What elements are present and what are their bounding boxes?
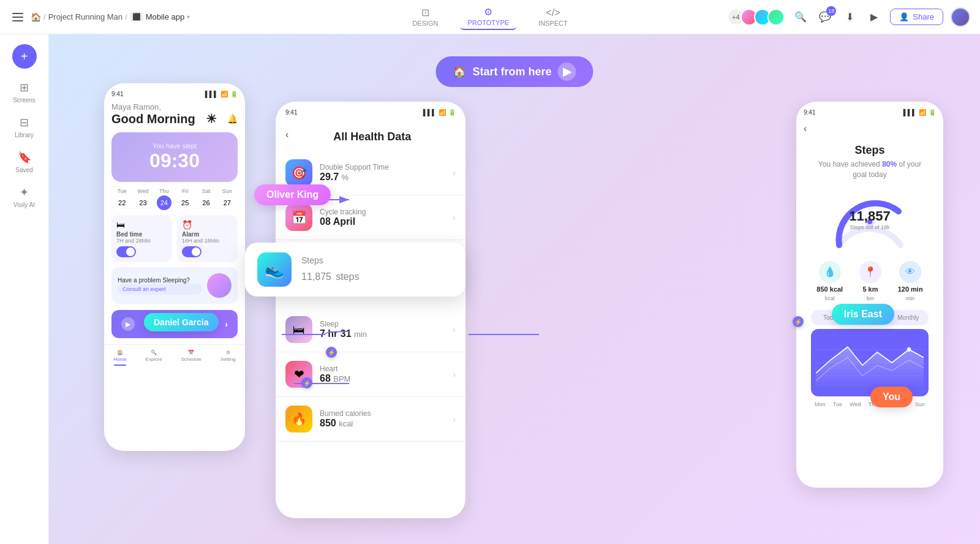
cycle-icon: 📅	[285, 204, 312, 231]
menu-button[interactable]	[10, 10, 26, 24]
connector-4: ⚡	[301, 377, 312, 388]
sidebar-label-library: Library	[15, 132, 34, 138]
health-item-heart[interactable]: ❤ Heart 68 BPM ›	[276, 352, 466, 397]
alarm-time: 16H and 18Min	[182, 238, 233, 244]
settings-icon: ⚙	[226, 350, 230, 355]
sidebar-item-visily-ai[interactable]: ✦ Visily AI	[5, 181, 44, 213]
search-button[interactable]: 🔍	[792, 9, 809, 26]
home-icon[interactable]: 🏠	[31, 12, 41, 22]
sleep-label: You have slept	[121, 142, 228, 149]
page-name: Mobile app	[146, 12, 185, 21]
topbar-center: ⊡ DESIGN ⚙ PROTOTYPE </> INSPECT	[405, 4, 575, 30]
explore-icon: 🔍	[151, 350, 157, 355]
chevron-down-icon[interactable]: ▾	[187, 13, 190, 20]
battery-icon-2: 🔋	[448, 109, 456, 116]
cal-day-thu[interactable]: Thu 24	[157, 188, 172, 210]
sidebar-item-library[interactable]: ⊟ Library	[5, 111, 44, 143]
bedtime-toggle[interactable]	[116, 246, 136, 257]
phone3-mockup: 9:41 ▌▌▌ 📶 🔋 ‹ Steps You have achieved 8…	[796, 102, 943, 488]
inspect-icon: </>	[546, 7, 560, 18]
nav-settings[interactable]: ⚙ Setting	[221, 350, 236, 366]
phone1-time: 9:41	[111, 91, 123, 97]
cal-day-tue: Tue 22	[115, 188, 129, 210]
tab-monthly[interactable]: Monthly	[889, 311, 927, 324]
tab-prototype[interactable]: ⚙ PROTOTYPE	[460, 4, 516, 30]
oliver-king-bubble: Oliver King	[254, 184, 331, 205]
promo-image	[207, 273, 232, 298]
play-button[interactable]: ▶	[865, 9, 883, 26]
phone3-subtitle: You have achieved 80% of your goal today	[804, 159, 936, 185]
battery-icon-3: 🔋	[929, 109, 936, 116]
phone1-status-bar: 9:41 ▌▌▌ 📶 🔋	[111, 91, 238, 97]
cal-day-sun: Sun 27	[220, 188, 235, 210]
chevron-right-icon-3: ›	[453, 325, 456, 334]
daniel-garcia-bubble: Daniel Garcia	[144, 313, 219, 331]
collaborators: +4	[727, 9, 785, 26]
collaborator-avatar-3	[767, 9, 785, 26]
wifi-icon-2: 📶	[439, 109, 446, 116]
canvas: 🏠 Start from here ▶ 9:41 ▌▌▌ 📶 🔋 Maya Ra…	[49, 34, 980, 544]
cal-day-wed: Wed 23	[135, 188, 150, 210]
bed-icon: 🛏	[116, 220, 167, 230]
sidebar-label-screens: Screens	[13, 97, 36, 104]
tab-design[interactable]: ⊡ DESIGN	[405, 4, 445, 29]
cal-day-fri: Fri 25	[178, 188, 192, 210]
sleep-icon: 🛏	[285, 316, 312, 343]
ai-icon: ✦	[20, 186, 29, 199]
back-icon-3[interactable]: ‹	[804, 123, 807, 134]
play-start-icon: ▶	[558, 62, 576, 81]
breadcrumb: 🏠 / Project Running Man / ⬛ Mobile app ▾	[31, 12, 190, 22]
phone2-mockup: 9:41 ▌▌▌ 📶 🔋 ‹ All Health Data 🎯 Double …	[276, 102, 466, 518]
svg-point-6	[907, 347, 911, 352]
sidebar-item-saved[interactable]: 🔖 Saved	[5, 146, 44, 178]
chart-labels: Mon Tue Wed Thu Fri Sat Sun	[804, 399, 936, 410]
alarm-toggle[interactable]	[182, 246, 202, 257]
you-bubble: You	[870, 387, 913, 407]
health-item-calories[interactable]: 🔥 Burned calories 850 kcal ›	[276, 397, 466, 442]
screens-icon: ⊞	[20, 81, 29, 94]
saved-icon: 🔖	[18, 151, 31, 164]
download-button[interactable]: ⬇	[841, 9, 858, 26]
topbar: 🏠 / Project Running Man / ⬛ Mobile app ▾…	[0, 0, 980, 34]
alarm-widget: ⏰ Alarm 16H and 18Min	[177, 215, 238, 262]
sleep-card: You have slept 09:30	[111, 132, 238, 182]
signal-icon-2: ▌▌▌	[423, 109, 436, 116]
consult-button[interactable]: Consult an expert	[118, 284, 202, 295]
km-icon: 📍	[859, 261, 881, 283]
connector-3: ⚡	[793, 316, 804, 327]
phone1-mockup: 9:41 ▌▌▌ 📶 🔋 Maya Ramon, Good Morning ☀ …	[104, 83, 245, 451]
chevron-right-icon-4: ›	[453, 369, 456, 379]
signal-icon-3: ▌▌▌	[903, 109, 916, 116]
bedtime-widget: 🛏 Bed time 7H and 28Min	[111, 215, 172, 262]
cal-day-sat: Sat 26	[198, 188, 213, 210]
steps-chart	[811, 329, 929, 396]
nav-schedule[interactable]: 📅 Schedule	[181, 350, 202, 366]
prototype-icon: ⚙	[484, 6, 492, 18]
double-support-icon: 🎯	[285, 159, 312, 186]
nav-explore[interactable]: 🔍 Explore	[146, 350, 162, 366]
gauge-value: 11,857	[849, 208, 890, 224]
notification-badge: 18	[826, 6, 836, 16]
share-button[interactable]: 👤 Share	[890, 9, 943, 25]
play-icon: ▶	[121, 317, 135, 331]
tab-inspect[interactable]: </> INSPECT	[531, 5, 575, 29]
user-avatar[interactable]	[951, 7, 970, 27]
promo-card: Have a problem Sleeping? Consult an expe…	[111, 267, 238, 304]
signal-icon: ▌▌▌	[205, 91, 218, 97]
add-screen-button[interactable]: +	[12, 44, 37, 69]
calendar-row: Tue 22 Wed 23 Thu 24 Fri 25 Sat 26	[111, 188, 238, 210]
start-from-here-button[interactable]: 🏠 Start from here ▶	[435, 56, 593, 87]
nav-home[interactable]: 🏠 Home	[113, 350, 126, 366]
page-icon: ⬛	[130, 12, 143, 21]
mini-stats-row: 💧 850 kcal kcal 📍 5 km km 👁 120 min min	[804, 256, 936, 306]
min-icon: 👁	[899, 261, 921, 283]
alarm-label: Alarm	[182, 231, 233, 238]
chevron-right-icon-5: ›	[453, 414, 456, 424]
arrow-right-icon: ›	[225, 319, 228, 329]
wifi-icon: 📶	[221, 91, 228, 97]
health-item-sleep[interactable]: 🛏 Sleep 7 hr 31 min ›	[276, 308, 466, 352]
sidebar-item-screens[interactable]: ⊞ Screens	[5, 76, 44, 108]
topbar-right: +4 🔍 💬 18 ⬇ ▶ 👤 Share	[727, 7, 970, 27]
comments-button[interactable]: 💬 18	[816, 9, 834, 26]
bedtime-label: Bed time	[116, 231, 167, 238]
